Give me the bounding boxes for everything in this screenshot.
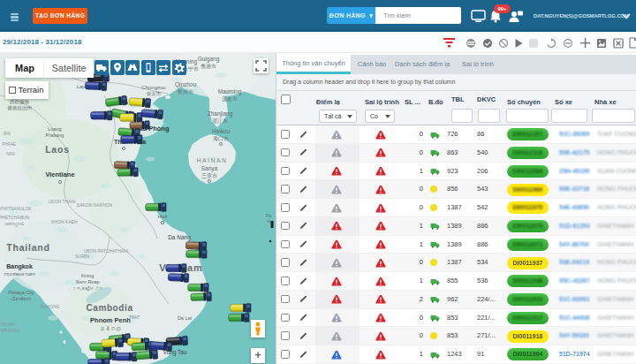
svg-text:贵港市: 贵港市 bbox=[201, 63, 216, 70]
svg-text:เมืองพัทยา: เมืองพัทยา bbox=[11, 296, 32, 301]
svg-text:三亚市: 三亚市 bbox=[201, 172, 217, 178]
svg-text:Laos: Laos bbox=[45, 144, 70, 155]
svg-text:Da Nang: Da Nang bbox=[168, 234, 191, 241]
svg-text:湛江市: 湛江市 bbox=[212, 118, 228, 124]
svg-text:SAKON NAKHON: SAKON NAKHON bbox=[77, 202, 113, 208]
svg-text:Guigang: Guigang bbox=[198, 56, 220, 63]
svg-text:UBON RATCHATHANI: UBON RATCHATHANI bbox=[84, 248, 129, 254]
svg-text:西双版纳: 西双版纳 bbox=[10, 99, 29, 105]
svg-text:Siem Reap: Siem Reap bbox=[75, 279, 99, 284]
svg-text:Haikou: Haikou bbox=[212, 128, 231, 134]
svg-text:茂名市: 茂名市 bbox=[222, 95, 238, 102]
svg-text:Chongzuo: Chongzuo bbox=[141, 85, 166, 90]
svg-text:KHON KAEN: KHON KAEN bbox=[51, 219, 78, 224]
svg-text:NAN: NAN bbox=[6, 152, 15, 156]
svg-text:RAYONG: RAYONG bbox=[41, 304, 59, 309]
svg-text:KHIRI KHAN: KHIRI KHAN bbox=[0, 329, 19, 333]
svg-text:Krong: Krong bbox=[81, 273, 95, 278]
svg-text:sl: sl bbox=[267, 218, 270, 224]
svg-text:PHITSANULOK: PHITSANULOK bbox=[0, 206, 32, 211]
svg-text:CHUAP: CHUAP bbox=[1, 322, 15, 327]
svg-text:Phnom Penh: Phnom Penh bbox=[90, 316, 131, 324]
svg-text:Sanya: Sanya bbox=[201, 165, 218, 172]
svg-text:海口市: 海口市 bbox=[213, 135, 229, 142]
svg-text:Vientiane: Vientiane bbox=[45, 171, 74, 178]
svg-text:UDON THANI: UDON THANI bbox=[48, 199, 75, 204]
svg-text:Qinzhou: Qinzhou bbox=[175, 81, 197, 88]
svg-text:Bangkok: Bangkok bbox=[6, 263, 33, 270]
svg-text:เพชรบูรณ์: เพชรบูรณ์ bbox=[4, 221, 24, 227]
svg-text:PHETCHABUN: PHETCHABUN bbox=[0, 215, 30, 220]
svg-text:Zhanjiang: Zhanjiang bbox=[208, 110, 233, 118]
svg-text:Huế: Huế bbox=[157, 214, 168, 219]
svg-text:RAI: RAI bbox=[4, 132, 11, 136]
svg-text:傣族自治州: 傣族自治州 bbox=[7, 105, 32, 111]
svg-text:钦州市: 钦州市 bbox=[177, 88, 193, 95]
svg-text:Thailand: Thailand bbox=[6, 242, 50, 253]
svg-text:ភ្នំពេញ: ភ្នំពេញ bbox=[100, 325, 121, 331]
svg-text:崇左市: 崇左市 bbox=[147, 91, 162, 96]
svg-text:HAINAN: HAINAN bbox=[197, 157, 228, 163]
svg-text:Cambodia: Cambodia bbox=[86, 303, 132, 313]
svg-text:ក្រុងសៀមរាប: ក្រុងសៀមរាប bbox=[69, 285, 103, 291]
svg-text:Prabang: Prabang bbox=[46, 133, 64, 138]
svg-text:PHRAE: PHRAE bbox=[2, 142, 16, 147]
svg-text:Luang: Luang bbox=[48, 126, 61, 132]
svg-text:SURIN: SURIN bbox=[75, 254, 89, 259]
svg-text:Da Lat: Da Lat bbox=[178, 315, 193, 321]
svg-text:Pattaya City: Pattaya City bbox=[8, 290, 34, 295]
svg-text:กรุงเทพมหานคร: กรุงเทพมหานคร bbox=[4, 271, 35, 277]
svg-text:Maoming: Maoming bbox=[218, 88, 242, 95]
